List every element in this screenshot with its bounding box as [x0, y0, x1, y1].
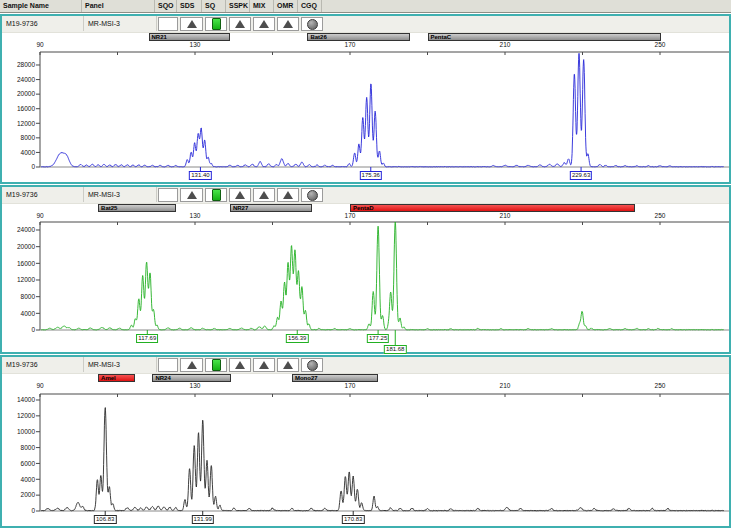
- flag-cell-mix[interactable]: [253, 188, 275, 202]
- peak-size-label[interactable]: 177.25: [367, 334, 389, 343]
- y-tick-label: 12000: [17, 120, 35, 127]
- sample-row[interactable]: M19-9736MR-MSI-3: [2, 187, 729, 204]
- green-square-icon: [212, 18, 221, 30]
- sample-name-cell[interactable]: M19-9736: [2, 187, 84, 202]
- flag-cell-sds[interactable]: [180, 188, 203, 202]
- panel-name-cell[interactable]: MR-MSI-3: [84, 357, 157, 372]
- y-tick-label: 8000: [21, 134, 36, 141]
- y-tick-label: 8000: [21, 293, 36, 300]
- peak-size-label[interactable]: 117.69: [136, 334, 158, 343]
- flag-cell-omr[interactable]: [277, 17, 299, 31]
- triangle-icon: [283, 361, 293, 369]
- column-header-sds[interactable]: SDS: [177, 0, 202, 12]
- trace-blue: [41, 53, 724, 167]
- peak-size-label[interactable]: 229.63: [570, 171, 592, 180]
- column-header-sample-name[interactable]: Sample Name: [0, 0, 82, 12]
- sample-row[interactable]: M19-9736MR-MSI-3: [2, 16, 729, 33]
- flag-cell-mix[interactable]: [253, 358, 275, 372]
- sample-name-cell[interactable]: M19-9736: [2, 16, 84, 31]
- triangle-icon: [235, 361, 245, 369]
- flag-cell-sq[interactable]: [205, 188, 227, 202]
- electropherogram-plot[interactable]: 02000400060008000100001200014000: [2, 393, 729, 517]
- peak-size-label[interactable]: 170.83: [342, 515, 364, 524]
- x-tick-label-170: 170: [345, 41, 356, 48]
- x-tick-label-250: 250: [655, 41, 666, 48]
- marker-bar-nr27: NR27: [230, 204, 313, 212]
- flag-cell-omr[interactable]: [277, 188, 299, 202]
- triangle-icon: [283, 191, 293, 199]
- y-tick-label: 4000: [21, 149, 36, 156]
- column-header-panel[interactable]: Panel: [82, 0, 155, 12]
- y-tick-label: 16000: [17, 260, 35, 267]
- peak-size-label[interactable]: 181.68: [384, 345, 406, 354]
- y-tick-label: 0: [31, 507, 35, 514]
- panel-name-cell[interactable]: MR-MSI-3: [84, 16, 157, 31]
- flag-cell-sds[interactable]: [180, 358, 203, 372]
- column-header-sspk[interactable]: SSPK: [226, 0, 250, 12]
- flag-cell-sspk[interactable]: [229, 188, 251, 202]
- flag-cell-sqo[interactable]: [158, 358, 178, 372]
- x-tick-label-250: 250: [655, 382, 666, 389]
- x-tick-label-130: 130: [190, 382, 201, 389]
- sample-plot-panel-green[interactable]: M19-9736MR-MSI-3Bat25NR27PentaD901301702…: [0, 185, 731, 354]
- marker-bar-mono27: Mono27: [292, 374, 378, 382]
- flag-cell-sq[interactable]: [205, 358, 227, 372]
- triangle-icon: [187, 361, 197, 369]
- y-tick-label: 8000: [21, 444, 36, 451]
- peak-size-label[interactable]: 131.40: [189, 171, 211, 180]
- flag-cell-sq[interactable]: [205, 17, 227, 31]
- triangle-icon: [259, 20, 269, 28]
- y-tick-label: 24000: [17, 76, 35, 83]
- y-tick-label: 20000: [17, 90, 35, 97]
- flag-cell-sqo[interactable]: [158, 17, 178, 31]
- flag-cell-cgq[interactable]: [301, 17, 323, 31]
- flag-cell-mix[interactable]: [253, 17, 275, 31]
- column-header-mix[interactable]: MIX: [250, 0, 274, 12]
- flag-cell-omr[interactable]: [277, 358, 299, 372]
- peak-size-label[interactable]: 106.83: [94, 515, 116, 524]
- sample-plot-panel-blue[interactable]: M19-9736MR-MSI-3NR21Bat26PentaC901301702…: [0, 14, 731, 184]
- x-tick-label-250: 250: [655, 212, 666, 219]
- marker-bar-amel: Amel: [98, 374, 135, 382]
- flag-cell-sspk[interactable]: [229, 17, 251, 31]
- peak-size-label[interactable]: 131.99: [192, 515, 214, 524]
- sample-row[interactable]: M19-9736MR-MSI-3: [2, 357, 729, 374]
- column-header-omr[interactable]: OMR: [274, 0, 298, 12]
- flag-cell-sspk[interactable]: [229, 358, 251, 372]
- column-header-sqo[interactable]: SQO: [155, 0, 177, 12]
- flag-cell-cgq[interactable]: [301, 358, 323, 372]
- sample-plot-panel-black[interactable]: M19-9736MR-MSI-3AmelNR24Mono279013017021…: [0, 355, 731, 528]
- triangle-icon: [235, 191, 245, 199]
- marker-bar-pentad: PentaD: [350, 204, 635, 212]
- triangle-icon: [235, 20, 245, 28]
- panel-name-cell[interactable]: MR-MSI-3: [84, 187, 157, 202]
- sample-name-cell[interactable]: M19-9736: [2, 357, 84, 372]
- flag-cell-sqo[interactable]: [158, 188, 178, 202]
- column-header-cgq[interactable]: CGQ: [298, 0, 322, 12]
- peak-size-label[interactable]: 175.36: [360, 171, 382, 180]
- circle-icon: [307, 19, 318, 30]
- triangle-icon: [283, 20, 293, 28]
- y-tick-label: 14000: [17, 396, 35, 403]
- peak-size-label[interactable]: 156.39: [286, 334, 308, 343]
- flag-cell-sds[interactable]: [180, 17, 203, 31]
- triangle-icon: [187, 191, 197, 199]
- y-tick-label: 0: [31, 326, 35, 333]
- y-tick-label: 2000: [21, 491, 36, 498]
- x-tick-label-170: 170: [345, 382, 356, 389]
- x-tick-label-210: 210: [500, 212, 511, 219]
- marker-bar-bat26: Bat26: [307, 33, 410, 41]
- triangle-icon: [259, 191, 269, 199]
- marker-bar-nr21: NR21: [149, 33, 230, 41]
- y-tick-label: 4000: [21, 310, 36, 317]
- column-header-sq[interactable]: SQ: [202, 0, 226, 12]
- flag-cell-cgq[interactable]: [301, 188, 323, 202]
- y-tick-label: 12000: [17, 276, 35, 283]
- electropherogram-plot[interactable]: 04000800012000160002000024000: [2, 221, 729, 349]
- circle-icon: [307, 360, 318, 371]
- green-square-icon: [212, 189, 221, 201]
- y-tick-label: 24000: [17, 226, 35, 233]
- marker-bar-pentac: PentaC: [428, 33, 662, 41]
- electropherogram-plot[interactable]: 0400080001200016000200002400028000: [2, 50, 729, 174]
- column-header-bar: Sample NamePanelSQOSDSSQSSPKMIXOMRCGQ: [0, 0, 731, 13]
